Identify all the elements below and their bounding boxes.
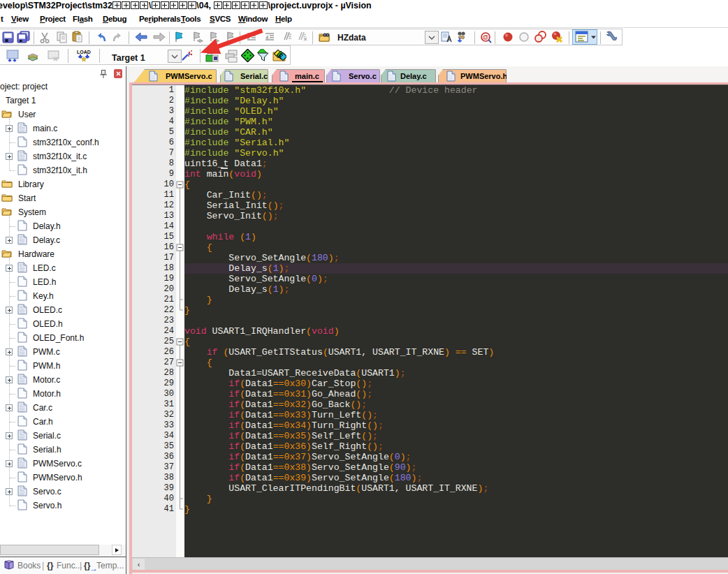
svg-text:LOAD: LOAD [77, 50, 91, 54]
svg-text:@: @ [483, 34, 489, 41]
